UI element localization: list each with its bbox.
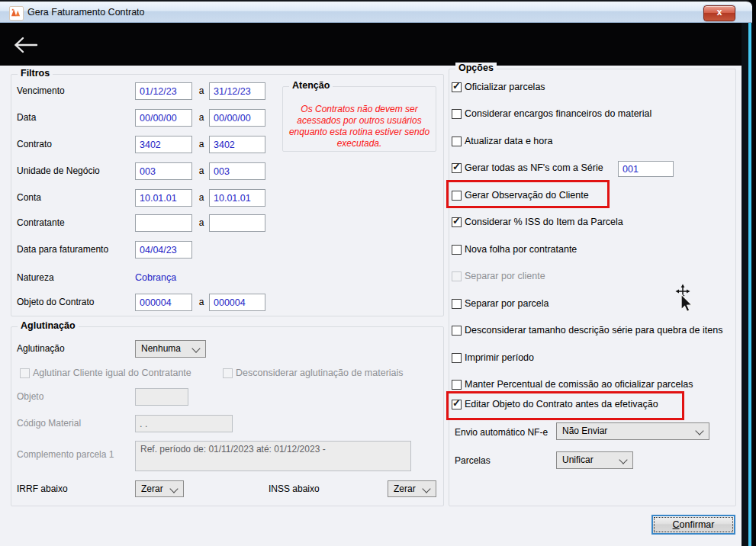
gera-faturamento-contrato-dialog: Gera Faturamento Contrato x Filtros Venc… [0, 0, 756, 546]
title-bar: Gera Faturamento Contrato x [0, 0, 752, 23]
inss-abaixo-select[interactable]: Zerar [388, 480, 436, 497]
data-to-input[interactable] [209, 109, 265, 127]
nova-folha-contratante-checkbox[interactable] [452, 245, 462, 255]
unidade-from-input[interactable] [135, 162, 192, 180]
field-label: Data para faturamento [17, 241, 108, 259]
checkbox-label: Manter Percentual de comissão ao oficial… [465, 378, 693, 391]
agglutination-group-title: Aglutinação [18, 320, 79, 331]
field-label: Código Material [17, 415, 81, 432]
range-separator: a [197, 214, 206, 232]
oficializar-parcelas-checkbox[interactable]: ✓ [452, 82, 462, 92]
objeto-contrato-to-input[interactable] [209, 294, 265, 311]
aglutinacao-select[interactable]: Nenhuma [135, 340, 206, 358]
chevron-down-icon [191, 344, 200, 352]
checkbox-label: Desconsiderar aglutinação de materiais [236, 367, 404, 380]
separar-por-cliente-checkbox [452, 271, 462, 281]
checkbox-label: Gerar todas as NF's com a Série [465, 162, 603, 175]
aglutinacao-selected-value: Nenhuma [141, 343, 181, 354]
irrf-abaixo-select[interactable]: Zerar [135, 480, 184, 497]
warning-group: Atenção Os Contratos não devem ser acess… [282, 86, 436, 152]
field-label: Unidade de Negócio [17, 162, 100, 180]
aglutinar-cliente-checkbox [20, 368, 30, 378]
field-label: Data [17, 109, 36, 127]
checkbox-label: Separar por parcela [465, 297, 549, 310]
checkbox-label: Oficializar parcelas [465, 81, 545, 94]
range-separator: a [197, 136, 206, 153]
field-label: Objeto [17, 388, 43, 406]
field-label: Conta [17, 189, 41, 207]
natureza-value: Cobrança [135, 269, 176, 287]
chevron-down-icon [619, 455, 627, 464]
checkbox-label: Atualizar data e hora [465, 135, 552, 148]
window-right-border [742, 23, 754, 546]
data-faturamento-input[interactable] [135, 241, 192, 259]
window-title: Gera Faturamento Contrato [27, 7, 145, 18]
gerar-nfs-serie-checkbox[interactable]: ✓ [452, 163, 462, 173]
checkbox-label: Considerar % ISS do Item da Parcela [465, 216, 623, 229]
considerar-encargos-checkbox[interactable] [452, 109, 462, 119]
serie-input[interactable] [618, 161, 674, 177]
field-label: Contrato [17, 136, 52, 153]
complemento-parcela-textarea: Ref. período de: 01/11/2023 até: 01/12/2… [135, 441, 411, 471]
highlight-box-gerar-observacao [446, 180, 610, 208]
checkmark-icon: ✓ [452, 215, 461, 226]
desconsiderar-aglutinacao-checkbox [223, 368, 233, 378]
separar-por-parcela-checkbox[interactable] [452, 299, 462, 309]
range-separator: a [197, 82, 206, 100]
conta-to-input[interactable] [209, 189, 265, 207]
field-label: Envio automático NF-e [455, 424, 548, 442]
imprimir-periodo-checkbox[interactable] [452, 353, 462, 363]
options-group-title: Opções [455, 63, 497, 73]
nfe-selected-value: Não Enviar [562, 426, 607, 436]
close-button[interactable]: x [703, 5, 735, 21]
warning-title: Atenção [289, 80, 333, 91]
field-label: IRRF abaixo [17, 480, 68, 498]
data-from-input[interactable] [135, 109, 192, 127]
range-separator: a [197, 109, 206, 127]
vencimento-to-input[interactable] [209, 82, 265, 100]
conta-from-input[interactable] [135, 189, 192, 207]
field-label: Complemento parcela 1 [17, 446, 114, 464]
field-label: INSS abaixo [269, 480, 320, 498]
checkmark-icon: ✓ [452, 80, 461, 92]
filters-group-title: Filtros [18, 68, 53, 79]
irrf-selected-value: Zerar [141, 483, 163, 494]
checkbox-label: Desconsiderar tamanho descrição série pa… [465, 324, 722, 337]
checkbox-label: Nova folha por contratante [465, 243, 577, 256]
warning-text: Os Contratos não devem ser acessados por… [288, 104, 431, 149]
highlight-box-editar-objeto [446, 391, 684, 420]
app-logo-icon [9, 6, 24, 21]
field-label: Vencimento [17, 82, 65, 100]
unidade-to-input[interactable] [209, 162, 265, 180]
checkbox-label: Considerar encargos financeiros do mater… [465, 108, 651, 120]
objeto-contrato-from-input[interactable] [135, 294, 192, 311]
contrato-to-input[interactable] [209, 136, 265, 153]
field-label: Parcelas [455, 452, 491, 470]
field-label: Aglutinação [17, 340, 65, 358]
considerar-iss-checkbox[interactable]: ✓ [452, 217, 462, 227]
contrato-from-input[interactable] [135, 136, 192, 153]
navigation-header [0, 23, 752, 66]
parcelas-select[interactable]: Unificar [556, 451, 633, 469]
desconsiderar-tamanho-descricao-checkbox[interactable] [452, 326, 462, 336]
manter-percentual-comissao-checkbox[interactable] [452, 380, 462, 390]
checkbox-label: Aglutinar Cliente igual do Contratante [33, 367, 191, 380]
contratante-to-input[interactable] [209, 214, 265, 232]
back-arrow-icon[interactable] [11, 34, 41, 56]
field-label: Natureza [17, 269, 54, 287]
vencimento-from-input[interactable] [135, 82, 192, 100]
confirm-label-initial: C [673, 519, 680, 530]
contratante-from-input[interactable] [135, 214, 192, 232]
checkbox-label: Imprimir período [465, 352, 534, 365]
parcelas-selected-value: Unificar [562, 454, 594, 465]
chevron-down-icon [695, 426, 703, 435]
field-label: Contratante [17, 214, 65, 232]
range-separator: a [197, 162, 206, 180]
chevron-down-icon [422, 484, 430, 493]
confirm-button[interactable]: Confirmar [651, 515, 735, 535]
codigo-material-input [135, 415, 233, 432]
inss-selected-value: Zerar [394, 483, 416, 494]
chevron-down-icon [169, 484, 178, 493]
envio-automatico-nfe-select[interactable]: Não Enviar [556, 422, 709, 440]
atualizar-data-hora-checkbox[interactable] [452, 136, 462, 146]
